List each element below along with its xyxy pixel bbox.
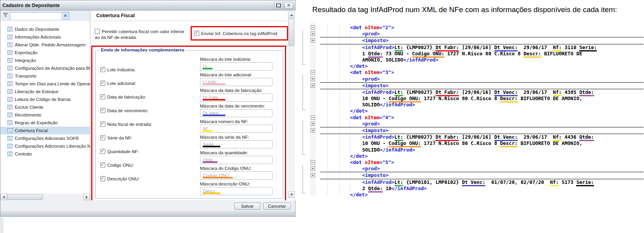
- enviar-checkbox[interactable]: ✓Enviar Inf. Cobertura na tag infAdProd: [194, 31, 277, 36]
- mask-input[interactable]: Lt Adic: [200, 78, 272, 86]
- sidebar-item[interactable]: Dados do Depositante: [0, 25, 90, 33]
- fold-expand-icon[interactable]: +: [311, 128, 315, 132]
- xml-text: 2: [362, 185, 368, 191]
- check-icon: ✓: [101, 121, 104, 126]
- dialog-titlebar[interactable]: Cadastro de Depositante ✕: [0, 0, 295, 11]
- scroll-right-button[interactable]: [83, 194, 90, 200]
- sidebar-item[interactable]: Recebimento: [0, 111, 90, 119]
- xml-line: +<prod>: [320, 166, 644, 172]
- group-checkbox-row[interactable]: ✓Quantidade NF:: [100, 149, 139, 155]
- clear-filter-icon[interactable]: ✕: [62, 12, 69, 19]
- maximize-button[interactable]: [274, 2, 283, 9]
- arrow-left-icon: [3, 196, 5, 199]
- checkbox[interactable]: ✓: [100, 122, 105, 127]
- group-checkbox-row[interactable]: ✓Código ONU:: [100, 162, 134, 169]
- mask-input[interactable]: Dt Fabr: [200, 94, 272, 102]
- mask-input[interactable]: Lt: [200, 62, 272, 71]
- mask-input[interactable]: Codigo ONU: [200, 171, 272, 180]
- sidebar-item[interactable]: Configurações Adicionais XOFR: [0, 134, 90, 142]
- checkbox[interactable]: [95, 29, 100, 34]
- xml-line: <infAdProd>Lt: {LMP0027} Dt Fabr: [29/06…: [320, 44, 644, 51]
- fold-expand-icon[interactable]: +: [311, 173, 315, 177]
- fold-collapse-icon[interactable]: −: [311, 70, 315, 74]
- fold-expand-icon[interactable]: +: [311, 32, 315, 36]
- group-checkbox-row[interactable]: ✓Lote adicional:: [100, 81, 136, 87]
- xml-text: [29/06/16]: [459, 44, 494, 50]
- group-checkbox-row[interactable]: ✓Data de vencimento:: [100, 108, 148, 114]
- panel-vertical-scrollbar[interactable]: [288, 12, 295, 198]
- xml-line-text: <infAdProd>Lt: {LMP0027} Dt Fabr: [29/06…: [320, 134, 594, 140]
- sidebar-item[interactable]: Cobertura Fiscal: [0, 127, 90, 134]
- sidebar-item[interactable]: Leitura de Código de Barras: [0, 95, 90, 103]
- scroll-left-button[interactable]: [0, 194, 7, 200]
- permitir-checkbox[interactable]: Permitir cobertura fiscal com valor infe…: [95, 29, 185, 41]
- mask-input[interactable]: Nf: [200, 125, 272, 133]
- list-icon: [7, 42, 12, 47]
- scroll-up-button[interactable]: [288, 12, 295, 18]
- fold-expand-icon[interactable]: +: [311, 122, 315, 126]
- checkbox[interactable]: ✓: [100, 67, 105, 72]
- group-checkbox-row[interactable]: ✓Série da NF:: [100, 135, 133, 141]
- fold-expand-icon[interactable]: +: [311, 83, 315, 88]
- checkbox[interactable]: ✓: [100, 176, 105, 181]
- checkbox[interactable]: ✓: [100, 94, 105, 99]
- xml-text: SOLIDO: [362, 147, 380, 153]
- sidebar-item-label: Exportação: [15, 50, 37, 55]
- list-icon: [7, 35, 12, 39]
- xml-text: >: [391, 25, 394, 30]
- checkbox[interactable]: ✓: [100, 135, 105, 140]
- group-checkbox-row[interactable]: ✓Lote Indústria:: [100, 67, 136, 73]
- group-checkbox-row[interactable]: ✓Data de fabricação:: [100, 94, 146, 101]
- xml-text: 29/06/17: [518, 89, 553, 95]
- sidebar-item[interactable]: Excluir Cliente: [0, 103, 90, 111]
- hscroll-thumb[interactable]: [7, 194, 43, 200]
- sidebar-horizontal-scrollbar[interactable]: [0, 194, 90, 200]
- xml-line-text: 2 Qtde: 10</infAdProd>: [320, 185, 427, 192]
- sidebar-item[interactable]: Configurações Adicionais Liberação NF: [0, 142, 90, 150]
- fold-collapse-icon[interactable]: −: [311, 115, 315, 120]
- checkbox[interactable]: ✓: [100, 162, 105, 168]
- checkbox[interactable]: ✓: [100, 81, 105, 86]
- fold-expand-icon[interactable]: +: [311, 77, 315, 81]
- xml-line: +<prod>: [320, 76, 644, 83]
- sidebar-item[interactable]: Regras de Expedição: [0, 119, 90, 127]
- sidebar-item[interactable]: Tempo em Dias para Limite de Operação: [0, 80, 90, 88]
- mask-row: Máscara da data de fabricação:Dt Fabr: [200, 88, 273, 102]
- checkbox-label: Data de fabricação:: [107, 95, 146, 99]
- sidebar-item[interactable]: Exportação: [0, 49, 90, 56]
- sidebar-item[interactable]: Integração: [0, 56, 90, 64]
- xml-line-text: <imposto>: [320, 37, 389, 44]
- group-checkbox-row[interactable]: ✓Descrição ONU:: [100, 176, 140, 182]
- xml-text: >: [391, 159, 394, 165]
- fold-collapse-icon[interactable]: −: [311, 25, 315, 30]
- scroll-down-button[interactable]: [288, 191, 295, 198]
- fold-collapse-icon[interactable]: −: [311, 160, 315, 164]
- save-button[interactable]: Salvar: [234, 203, 260, 210]
- mask-input[interactable]: Dt Venc: [200, 109, 272, 117]
- cancel-button[interactable]: Cancelar: [263, 203, 291, 210]
- sidebar-item[interactable]: Alterar Qtde. Pedido Armazenagem: [0, 41, 90, 49]
- group-checkbox-row[interactable]: ✓Nota fiscal de entrada:: [100, 122, 152, 128]
- mask-input[interactable]: Serie: [200, 140, 272, 148]
- vscroll-thumb[interactable]: [288, 19, 294, 46]
- checkbox[interactable]: ✓: [194, 31, 199, 36]
- mask-input[interactable]: Descr: [200, 187, 272, 195]
- sidebar-item[interactable]: Contrato: [0, 150, 90, 158]
- xml-text: </infAdProd>: [380, 102, 415, 108]
- sidebar-item[interactable]: Configurações de Autorização para Bloq: [0, 64, 90, 72]
- sidebar-item[interactable]: Liberação de Estoque: [0, 88, 90, 95]
- sidebar-list: Dados do DepositanteInformações Adiciona…: [0, 21, 90, 158]
- close-button[interactable]: ✕: [284, 2, 293, 9]
- fold-expand-icon[interactable]: +: [311, 38, 315, 42]
- sidebar-item[interactable]: Transporte: [0, 72, 90, 80]
- fold-expand-icon[interactable]: +: [311, 166, 315, 171]
- checkbox[interactable]: ✓: [100, 149, 105, 154]
- mask-input[interactable]: Qtde: [200, 156, 272, 164]
- sidebar-filter-row: ✕: [0, 11, 90, 21]
- xml-line: −<det nItem="4">: [320, 115, 644, 121]
- sidebar-filter-input[interactable]: [11, 13, 62, 19]
- mask-underline: [203, 68, 212, 69]
- checkbox[interactable]: ✓: [100, 108, 105, 113]
- sidebar-item[interactable]: Informações Adicionais: [0, 33, 90, 41]
- xml-line: +<imposto>: [320, 37, 644, 44]
